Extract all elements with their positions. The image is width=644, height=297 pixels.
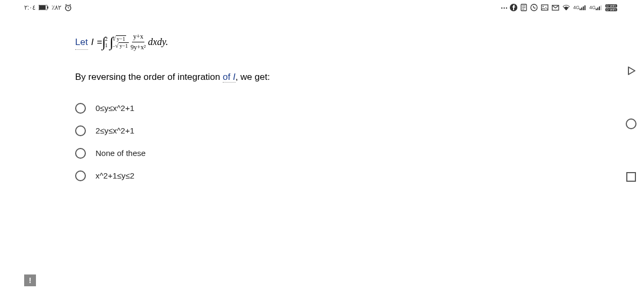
svg-line-6 [65,4,67,5]
radio-icon [75,170,86,181]
variable-i: I [91,35,94,49]
status-bar: ٢:٠٤ ٪٨٢ ⋯ 4G 4G [0,0,644,15]
option-label: 0≤y≤x^2+1 [96,103,134,113]
option-2[interactable]: 2≤y≤x^2+1 [75,125,601,136]
question-content: Let I = ∫ 2 1 ∫ √y−1 −√y−1 y+x 9y+x² dxd… [0,15,644,204]
question-prompt: By reversing the order of integration of… [75,70,601,84]
svg-point-17 [626,119,636,129]
svg-rect-1 [39,5,46,10]
let-label: Let [75,35,88,50]
status-time: ٢:٠٤ [24,4,35,11]
signal-2: 4G [589,5,602,10]
radio-icon [75,103,86,114]
gmail-icon [552,5,559,11]
nav-square-button[interactable] [625,170,638,183]
option-1[interactable]: 0≤y≤x^2+1 [75,103,601,114]
signal-1: 4G [573,5,586,10]
wifi-icon [562,5,570,11]
option-label: 2≤y≤x^2+1 [96,126,134,135]
battery-percent: ٪٨٢ [52,4,61,11]
integral-definition: Let I = ∫ 2 1 ∫ √y−1 −√y−1 y+x 9y+x² dxd… [75,31,601,54]
status-left: ٢:٠٤ ٪٨٢ [24,4,72,11]
facebook-icon [510,4,517,11]
option-3[interactable]: None of these [75,148,601,159]
whatsapp-icon [530,4,538,11]
nav-circle-button[interactable] [625,117,638,130]
answer-options: 0≤y≤x^2+1 2≤y≤x^2+1 None of these x^2+1≤… [75,103,601,181]
svg-rect-14 [541,5,548,10]
svg-rect-2 [47,6,48,9]
battery-icon [39,5,48,10]
radio-icon [75,148,86,159]
option-label: None of these [96,148,145,158]
radio-icon [75,125,86,136]
volte-badges: D WiFi D WiFi [605,4,617,11]
status-right: ⋯ 4G 4G D WiFi D WiFi [501,4,617,12]
option-4[interactable]: x^2+1≤y≤2 [75,170,601,181]
alert-icon: ! [29,276,32,285]
svg-line-7 [70,4,71,5]
nav-triangle-button[interactable] [625,64,638,77]
alert-button[interactable]: ! [24,274,36,286]
alarm-icon [64,4,72,11]
image-icon [541,4,548,11]
document-icon [521,4,527,11]
integral-expression: ∫ 2 1 ∫ √y−1 −√y−1 y+x 9y+x² dxdy. [102,31,168,54]
navigation-buttons [625,64,638,183]
question-stem: Let I = ∫ 2 1 ∫ √y−1 −√y−1 y+x 9y+x² dxd… [75,31,601,84]
svg-rect-18 [627,173,635,181]
option-label: x^2+1≤y≤2 [96,171,134,180]
svg-point-15 [543,6,544,7]
more-icon: ⋯ [501,4,507,12]
